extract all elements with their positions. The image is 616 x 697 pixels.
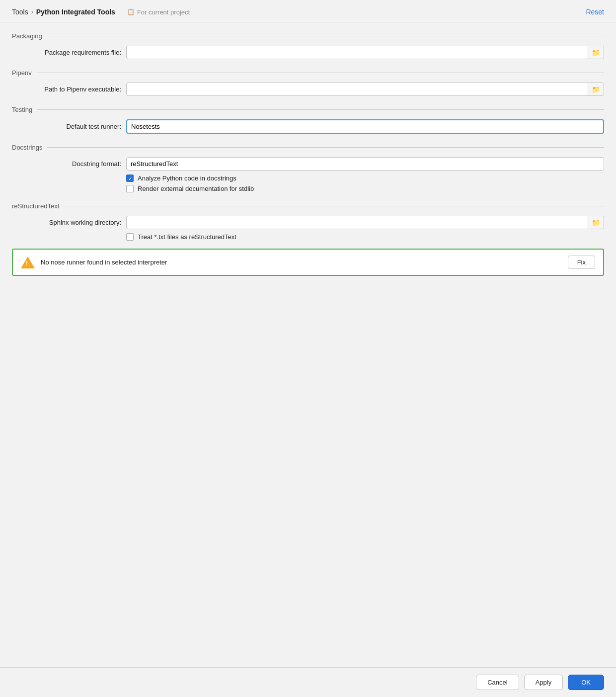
header: Tools › Python Integrated Tools 📋 For cu… <box>0 0 616 22</box>
docstrings-divider <box>47 147 604 148</box>
sphinx-input-group: 📁 <box>126 216 604 229</box>
settings-panel: Tools › Python Integrated Tools 📋 For cu… <box>0 0 616 697</box>
package-requirements-label: Package requirements file: <box>22 49 126 56</box>
restructuredtext-title: reStructuredText <box>12 202 64 210</box>
testing-section: Testing Default test runner: Nosetests p… <box>12 106 604 134</box>
restructuredtext-section: reStructuredText Sphinx working director… <box>12 202 604 276</box>
pipenv-path-browse-button[interactable]: 📁 <box>588 83 604 95</box>
docstrings-section: Docstrings Docstring format: reStructure… <box>12 144 604 192</box>
pipenv-path-row: Path to Pipenv executable: 📁 <box>12 83 604 96</box>
header-subtitle-text: For current project <box>137 8 190 16</box>
treat-checkbox[interactable] <box>126 233 134 241</box>
docstrings-section-header: Docstrings <box>12 144 604 151</box>
packaging-title: Packaging <box>12 32 47 40</box>
treat-checkbox-row: Treat *.txt files as reStructuredText <box>12 233 604 241</box>
render-checkbox-row: Render external documentation for stdlib <box>12 185 604 192</box>
header-subtitle: 📋 For current project <box>127 8 190 16</box>
test-runner-field: Nosetests pytest Unittests Twisted Trial <box>126 119 604 134</box>
ok-button[interactable]: OK <box>568 675 604 690</box>
sphinx-field: 📁 <box>126 216 604 229</box>
warning-text: No nose runner found in selected interpr… <box>41 259 562 266</box>
test-runner-select[interactable]: Nosetests pytest Unittests Twisted Trial <box>126 119 604 134</box>
package-requirements-field: 📁 <box>126 46 604 59</box>
package-requirements-input-group: 📁 <box>126 46 604 59</box>
warning-icon <box>21 257 35 268</box>
testing-section-header: Testing <box>12 106 604 113</box>
docstring-format-field: reStructuredText Epytext Google NumPy Pl… <box>126 157 604 171</box>
docstring-format-select-wrapper: reStructuredText Epytext Google NumPy Pl… <box>126 157 604 171</box>
pipenv-section: Pipenv Path to Pipenv executable: 📁 <box>12 69 604 96</box>
docstring-format-label: Docstring format: <box>22 160 126 168</box>
test-runner-row: Default test runner: Nosetests pytest Un… <box>12 119 604 134</box>
package-requirements-browse-button[interactable]: 📁 <box>588 46 604 59</box>
test-runner-label: Default test runner: <box>22 123 126 130</box>
test-runner-select-wrapper: Nosetests pytest Unittests Twisted Trial <box>126 119 604 134</box>
sphinx-input[interactable] <box>127 216 588 229</box>
testing-divider <box>37 109 604 110</box>
packaging-section: Packaging Package requirements file: 📁 <box>12 32 604 59</box>
content-area: Packaging Package requirements file: 📁 P… <box>0 22 616 667</box>
pipenv-path-input-group: 📁 <box>126 83 604 96</box>
footer: Cancel Apply OK <box>0 667 616 697</box>
reset-button[interactable]: Reset <box>586 8 604 16</box>
fix-button[interactable]: Fix <box>568 256 595 269</box>
analyze-checkbox[interactable] <box>126 174 134 182</box>
project-icon: 📋 <box>127 8 135 15</box>
render-label: Render external documentation for stdlib <box>138 185 254 192</box>
sphinx-label: Sphinx working directory: <box>22 219 126 226</box>
breadcrumb-separator: › <box>31 8 33 15</box>
analyze-label: Analyze Python code in docstrings <box>138 174 236 182</box>
apply-button[interactable]: Apply <box>524 675 563 690</box>
breadcrumb-tools: Tools <box>12 8 28 16</box>
render-checkbox[interactable] <box>126 185 134 192</box>
restructuredtext-divider <box>64 206 604 206</box>
pipenv-path-field: 📁 <box>126 83 604 96</box>
analyze-checkbox-row: Analyze Python code in docstrings <box>12 174 604 182</box>
packaging-divider <box>47 36 604 36</box>
docstrings-title: Docstrings <box>12 144 47 151</box>
pipenv-path-input[interactable] <box>127 83 588 95</box>
breadcrumb: Tools › Python Integrated Tools <box>12 8 115 16</box>
restructuredtext-section-header: reStructuredText <box>12 202 604 210</box>
treat-label: Treat *.txt files as reStructuredText <box>138 233 236 241</box>
docstring-format-row: Docstring format: reStructuredText Epyte… <box>12 157 604 171</box>
pipenv-path-label: Path to Pipenv executable: <box>22 86 126 93</box>
sphinx-browse-button[interactable]: 📁 <box>588 216 604 229</box>
package-requirements-row: Package requirements file: 📁 <box>12 46 604 59</box>
sphinx-row: Sphinx working directory: 📁 <box>12 216 604 229</box>
warning-box: No nose runner found in selected interpr… <box>12 249 604 276</box>
docstring-format-select[interactable]: reStructuredText Epytext Google NumPy Pl… <box>126 157 604 171</box>
pipenv-title: Pipenv <box>12 69 37 77</box>
pipenv-section-header: Pipenv <box>12 69 604 77</box>
cancel-button[interactable]: Cancel <box>476 675 519 690</box>
package-requirements-input[interactable] <box>127 46 588 59</box>
pipenv-divider <box>37 73 604 73</box>
testing-title: Testing <box>12 106 37 113</box>
breadcrumb-current: Python Integrated Tools <box>36 8 115 16</box>
packaging-section-header: Packaging <box>12 32 604 40</box>
